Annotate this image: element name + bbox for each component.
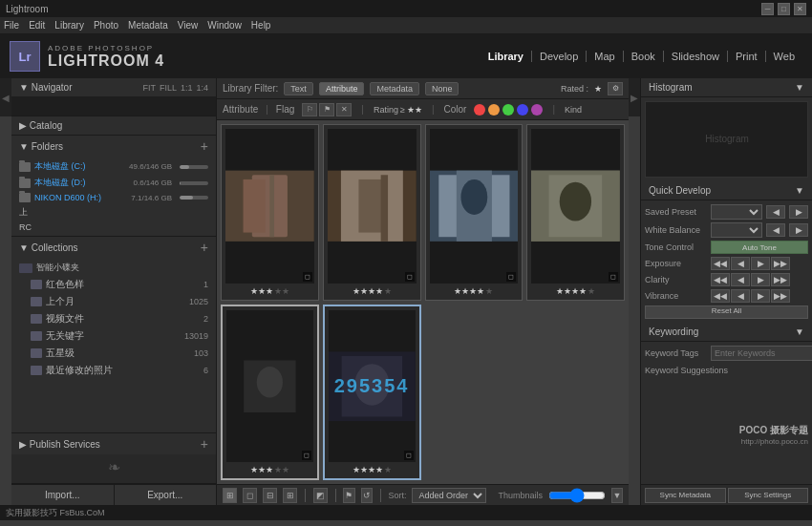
restore-btn[interactable]: □ — [778, 3, 790, 15]
add-collection-btn[interactable]: + — [201, 241, 208, 254]
thumbnail-size-slider[interactable] — [548, 491, 606, 500]
folder-item[interactable]: 本地磁盘 (D:) 0.6/146 GB — [11, 175, 216, 191]
vibrance-d-btn[interactable]: ◀ — [731, 289, 750, 303]
exposure-dd-btn[interactable]: ◀◀ — [711, 257, 730, 270]
survey-view-btn[interactable]: ⊞ — [283, 488, 297, 503]
kind-label: Kind — [565, 105, 582, 115]
collection-item[interactable]: 五星级 103 — [11, 345, 216, 362]
module-book[interactable]: Book — [624, 51, 664, 62]
menu-metadata[interactable]: Metadata — [128, 20, 168, 31]
module-slideshow[interactable]: Slideshow — [664, 51, 728, 62]
preset-prev-btn[interactable]: ◀ — [766, 205, 785, 219]
color-yellow[interactable] — [488, 104, 500, 116]
folder-item[interactable]: NIKON D600 (H:) 7.1/14.6 GB — [11, 191, 216, 204]
keywording-area: Keyword Tags ▼ Keyword Suggestions — [641, 342, 812, 381]
menu-window[interactable]: Window — [207, 20, 242, 31]
filter-metadata-btn[interactable]: Metadata — [370, 82, 419, 95]
vibrance-uu-btn[interactable]: ▶▶ — [771, 289, 790, 303]
quick-develop-header[interactable]: Quick Develop ▼ — [641, 181, 812, 200]
collection-group[interactable]: 智能小碟夹 — [11, 260, 216, 276]
add-publish-btn[interactable]: + — [201, 437, 208, 451]
color-red[interactable] — [474, 104, 485, 116]
publish-services-header[interactable]: ▶ Publish Services + — [11, 433, 216, 454]
photo-cell[interactable]: ◻ ★★★★★ — [221, 124, 319, 301]
filter-settings-btn[interactable]: ⚙ — [608, 82, 623, 95]
collapse-btn[interactable]: ▼ — [611, 488, 623, 503]
color-blue[interactable] — [517, 104, 528, 116]
filter-attribute-btn[interactable]: Attribute — [319, 82, 365, 95]
photo-cell[interactable]: 295354 ◻ ★★★★★ — [323, 305, 421, 481]
wb-prev-btn[interactable]: ◀ — [766, 223, 785, 237]
collections-header[interactable]: ▼ Collections + — [11, 237, 216, 258]
folders-header[interactable]: ▼ Folders + — [11, 136, 216, 157]
menu-file[interactable]: File — [4, 20, 19, 31]
wb-next-btn[interactable]: ▶ — [789, 223, 808, 237]
collection-item[interactable]: 红色色样 1 — [11, 276, 216, 293]
catalog-header[interactable]: ▶ Catalog — [11, 116, 216, 135]
exposure-uu-btn[interactable]: ▶▶ — [771, 257, 790, 270]
white-balance-select[interactable] — [711, 222, 762, 238]
saved-preset-select[interactable] — [711, 204, 762, 220]
sort-select[interactable]: Added Order — [412, 488, 486, 503]
color-purple[interactable] — [531, 104, 543, 116]
module-web[interactable]: Web — [766, 51, 802, 62]
rotate-btn[interactable]: ↺ — [361, 488, 373, 503]
collection-item[interactable]: 最近修改的照片 6 — [11, 362, 216, 379]
flag-btn[interactable]: ⚑ — [343, 488, 354, 503]
photo-cell[interactable]: ◻ ★★★★★ — [526, 124, 625, 301]
flag-btn-rejected[interactable]: ✕ — [336, 103, 352, 116]
minimize-btn[interactable]: ─ — [761, 3, 774, 15]
export-btn[interactable]: Export... — [115, 484, 217, 505]
module-print[interactable]: Print — [728, 51, 766, 62]
vibrance-u-btn[interactable]: ▶ — [751, 289, 770, 303]
photo-cell[interactable]: ◻ ★★★★★ — [221, 305, 319, 481]
keyword-tags-input[interactable] — [711, 346, 812, 361]
flag-btn-flagged[interactable]: ⚑ — [319, 103, 334, 116]
menu-library[interactable]: Library — [54, 20, 84, 31]
folder-item[interactable]: 本地磁盘 (C:) 49.6/146 GB — [11, 158, 216, 175]
sync-metadata-btn[interactable]: Sync Metadata — [645, 488, 726, 503]
navigator-header[interactable]: ▼ Navigator FIT FILL 1:1 1:4 — [11, 78, 216, 96]
import-btn[interactable]: Import... — [11, 484, 114, 505]
left-panel-toggle[interactable]: ◀ — [0, 78, 11, 116]
folder-item[interactable]: 上 — [11, 204, 216, 221]
clarity-dd-btn[interactable]: ◀◀ — [711, 273, 730, 286]
filter-text-btn[interactable]: Text — [284, 82, 313, 95]
module-map[interactable]: Map — [587, 51, 623, 62]
close-btn[interactable]: ✕ — [794, 3, 806, 15]
histogram-header[interactable]: Histogram ▼ — [641, 78, 812, 97]
menu-photo[interactable]: Photo — [94, 20, 118, 31]
vibrance-dd-btn[interactable]: ◀◀ — [711, 289, 730, 303]
exposure-d-btn[interactable]: ◀ — [731, 257, 750, 270]
grid-view-btn[interactable]: ⊞ — [223, 488, 237, 503]
exposure-u-btn[interactable]: ▶ — [751, 257, 770, 270]
photo-cell[interactable]: ◻ ★★★★★ — [323, 124, 421, 301]
clarity-d-btn[interactable]: ◀ — [731, 273, 750, 286]
collection-item[interactable]: 视频文件 2 — [11, 310, 216, 327]
collection-item[interactable]: 无关键字 13019 — [11, 327, 216, 345]
menu-view[interactable]: View — [178, 20, 199, 31]
collection-item[interactable]: 上个月 1025 — [11, 293, 216, 310]
menu-edit[interactable]: Edit — [29, 20, 45, 31]
auto-tone-btn[interactable]: Auto Tone — [711, 241, 808, 254]
add-folder-btn[interactable]: + — [201, 139, 208, 153]
module-library[interactable]: Library — [481, 51, 532, 62]
tone-control-row: Tone Control Auto Tone — [645, 241, 808, 254]
photo-cell[interactable]: ◻ ★★★★★ — [425, 124, 524, 301]
compare-view-btn[interactable]: ⊟ — [263, 488, 277, 503]
extra-view-btn[interactable]: ◩ — [313, 488, 328, 503]
flag-btn-unflagged[interactable]: ⚐ — [302, 103, 317, 116]
sync-settings-btn[interactable]: Sync Settings — [728, 488, 809, 503]
folder-item[interactable]: RC — [11, 221, 216, 234]
right-panel-toggle[interactable]: ▶ — [629, 78, 640, 116]
keywording-header[interactable]: Keywording ▼ — [641, 323, 812, 342]
filter-none-btn[interactable]: None — [425, 82, 459, 95]
clarity-u-btn[interactable]: ▶ — [751, 273, 770, 286]
clarity-uu-btn[interactable]: ▶▶ — [771, 273, 790, 286]
preset-next-btn[interactable]: ▶ — [789, 205, 808, 219]
color-green[interactable] — [502, 104, 514, 116]
reset-all-btn[interactable]: Reset All — [645, 305, 808, 319]
module-develop[interactable]: Develop — [532, 51, 587, 62]
loupe-view-btn[interactable]: ◻ — [243, 488, 257, 503]
menu-help[interactable]: Help — [251, 20, 271, 31]
